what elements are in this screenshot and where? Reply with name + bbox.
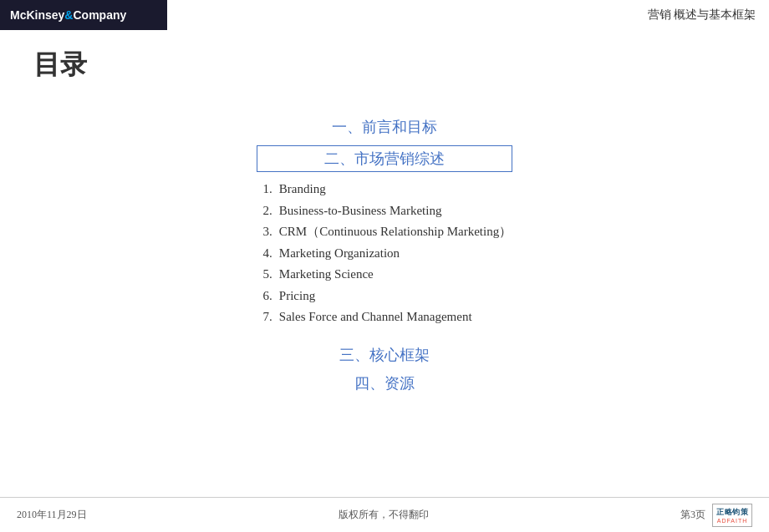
page-title: 目录 [33,47,736,84]
footer-logo-top: 正略钧策 [716,507,748,518]
footer-page: 第3页 [680,508,705,522]
toc-section-1: 一、前言和目标 [332,117,437,137]
toc-content: 一、前言和目标 二、市场营销综述 1. Branding 2. Business… [33,109,736,400]
list-item: 6. Pricing [257,286,512,307]
footer: 2010年11月29日 版权所有，不得翻印 第3页 正略钧策 ADFAITH [0,497,769,532]
header-logo: McKinsey&Company [0,0,167,30]
toc-section-4: 四、资源 [354,373,415,393]
footer-date: 2010年11月29日 [17,508,87,522]
list-item: 1. Branding [257,179,512,200]
list-item: 4. Marketing Organization [257,243,512,265]
list-item: 7. Sales Force and Channel Management [257,307,512,328]
list-item: 2. Business-to-Business Marketing [257,200,512,222]
ampersand: & [64,8,73,22]
header-title: 营销 概述与基本框架 [648,8,770,23]
toc-sub-list: 1. Branding 2. Business-to-Business Mark… [257,179,512,328]
footer-copyright: 版权所有，不得翻印 [339,508,429,522]
footer-right: 第3页 正略钧策 ADFAITH [680,504,752,527]
toc-section-3: 三、核心框架 [339,345,430,365]
footer-logo: 正略钧策 ADFAITH [712,504,752,527]
list-item: 5. Marketing Science [257,264,512,286]
toc-section-2: 二、市场营销综述 [257,145,512,172]
list-item: 3. CRM（Continuous Relationship Marketing… [257,221,512,243]
footer-logo-bottom: ADFAITH [717,518,748,524]
main-content: 目录 一、前言和目标 二、市场营销综述 1. Branding 2. Busin… [0,30,769,497]
header: McKinsey&Company 营销 概述与基本框架 [0,0,769,30]
